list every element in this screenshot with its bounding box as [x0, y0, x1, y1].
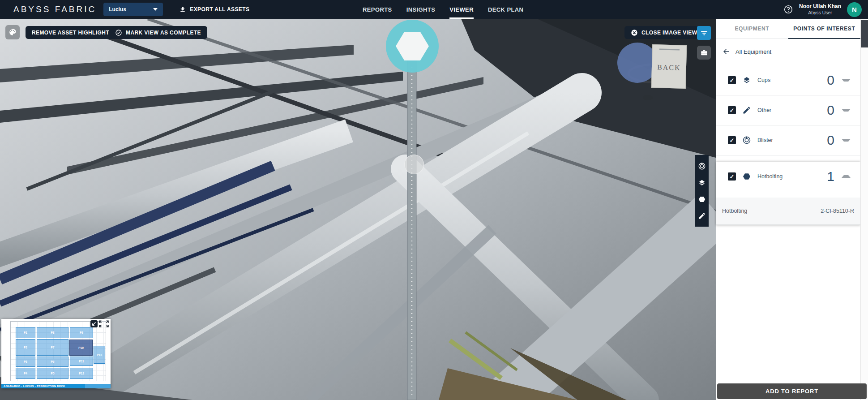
- nav-viewer[interactable]: VIEWER: [449, 0, 474, 19]
- category-row-blister[interactable]: Blister 0: [716, 125, 860, 155]
- add-to-report-button[interactable]: ADD TO REPORT: [717, 383, 867, 399]
- toggle-highlight-icon[interactable]: [90, 320, 98, 327]
- minimap-zone-P9[interactable]: P9: [70, 327, 93, 338]
- checkbox[interactable]: [728, 172, 736, 181]
- minimap-zone-P13[interactable]: P13: [94, 346, 105, 364]
- minimap-zone-P10[interactable]: P10: [69, 340, 93, 356]
- poi-marker-hotbolting[interactable]: [386, 20, 439, 73]
- app-logo: ABYSS FABRIC: [13, 4, 96, 14]
- layers-icon[interactable]: [698, 179, 706, 187]
- navigation-dot[interactable]: [404, 155, 424, 174]
- chevron-down-icon[interactable]: [842, 79, 851, 82]
- project-selector[interactable]: Lucius: [103, 3, 163, 16]
- nav-insights[interactable]: INSIGHTS: [406, 0, 436, 19]
- palette-icon: [9, 28, 17, 36]
- checkbox[interactable]: [728, 106, 736, 114]
- category-count: 1: [827, 169, 834, 184]
- deck-plan-minimap[interactable]: P1P8P9P2P7P10P13P3P6P11P4P5P12 ANADARKO …: [1, 319, 111, 388]
- category-row-cups[interactable]: Cups 0: [716, 65, 860, 95]
- category-list: Cups 0 Other 0: [716, 65, 860, 225]
- category-row-hotbolting[interactable]: Hotbolting 1: [716, 162, 860, 191]
- nav-reports[interactable]: REPORTS: [363, 0, 392, 19]
- category-label: Other: [757, 107, 771, 113]
- main-area: BACK REMOVE ASSET HIGHLIGHT MARK VIEW AS…: [0, 19, 868, 400]
- category-row-other[interactable]: Other 0: [716, 95, 860, 125]
- help-button[interactable]: [783, 4, 793, 14]
- category-label: Blister: [757, 137, 773, 143]
- remove-asset-highlight-label: REMOVE ASSET HIGHLIGHT: [32, 30, 109, 36]
- minimap-zone-P5[interactable]: P5: [37, 368, 68, 379]
- minimap-zone-P3[interactable]: P3: [16, 357, 35, 367]
- minimap-zone-P1[interactable]: P1: [16, 327, 35, 338]
- blister-target-icon[interactable]: [698, 162, 706, 170]
- poi-item-name: Hotbolting: [722, 208, 747, 214]
- minimap-zone-P8[interactable]: P8: [37, 327, 68, 338]
- toolbox-button[interactable]: [697, 46, 711, 60]
- minimap-zones: P1P8P9P2P7P10P13P3P6P11P4P5P12: [1, 319, 111, 384]
- pencil-icon: [742, 106, 751, 115]
- blister-target-icon: [742, 136, 751, 145]
- hexagon-icon[interactable]: [698, 195, 706, 203]
- scrollbar-thumb[interactable]: [861, 20, 868, 47]
- user-role: Abyss User: [799, 10, 841, 16]
- project-selector-value: Lucius: [109, 6, 126, 13]
- category-count: 0: [827, 73, 834, 88]
- minimap-tools: [90, 320, 109, 327]
- close-image-view-label: CLOSE IMAGE VIEW: [641, 30, 697, 36]
- tab-points-of-interest[interactable]: POINTS OF INTEREST: [788, 19, 861, 39]
- avatar[interactable]: N: [847, 2, 862, 17]
- top-bar: ABYSS FABRIC Lucius EXPORT ALL ASSETS RE…: [0, 0, 868, 19]
- remove-asset-highlight-button[interactable]: REMOVE ASSET HIGHLIGHT: [26, 26, 115, 39]
- image-viewer: BACK REMOVE ASSET HIGHLIGHT MARK VIEW AS…: [0, 19, 716, 400]
- tab-equipment[interactable]: EQUIPMENT: [716, 19, 788, 39]
- filter-icon: [700, 29, 708, 37]
- minimap-plan: P1P8P9P2P7P10P13P3P6P11P4P5P12: [1, 319, 111, 384]
- export-all-assets-button[interactable]: EXPORT ALL ASSETS: [176, 5, 252, 13]
- category-count: 0: [827, 133, 834, 148]
- minimap-zone-P7[interactable]: P7: [37, 339, 68, 356]
- chevron-down-icon[interactable]: [842, 109, 851, 112]
- app-root: ABYSS FABRIC Lucius EXPORT ALL ASSETS RE…: [0, 0, 868, 400]
- filter-button[interactable]: [697, 26, 711, 40]
- category-count: 0: [827, 103, 834, 118]
- close-icon: [631, 29, 638, 36]
- user-name: Noor Ullah Khan: [799, 3, 841, 10]
- sign-line: [659, 48, 680, 50]
- minimap-zone-P2[interactable]: P2: [16, 339, 35, 356]
- checkbox[interactable]: [728, 136, 736, 144]
- help-icon: [783, 4, 793, 14]
- minimap-caption: ANADARKO - LUCIUS - PRODUCTION DECK: [1, 384, 111, 388]
- poi-item-row[interactable]: Hotbolting 2-CI-85110-R: [716, 198, 860, 225]
- arrow-back-icon: [722, 47, 730, 56]
- hexagon-icon: [396, 32, 429, 60]
- nav-deck-plan[interactable]: DECK PLAN: [488, 0, 523, 19]
- layers-icon: [742, 76, 751, 85]
- minimap-zone-P6[interactable]: P6: [37, 357, 68, 367]
- main-nav: REPORTS INSIGHTS VIEWER DECK PLAN: [363, 0, 523, 19]
- back-sign-text: BACK: [652, 63, 686, 72]
- page-scrollbar[interactable]: [860, 19, 868, 400]
- color-palette-button[interactable]: [5, 25, 20, 39]
- checkbox[interactable]: [728, 76, 736, 84]
- all-equipment-back-link[interactable]: All Equipment: [722, 45, 860, 58]
- chevron-down-icon[interactable]: [842, 139, 851, 142]
- sidebar: EQUIPMENT POINTS OF INTEREST All Equipme…: [716, 19, 860, 400]
- minimap-zone-P12[interactable]: P12: [70, 368, 93, 379]
- pencil-icon[interactable]: [698, 212, 706, 220]
- download-icon: [179, 6, 186, 13]
- briefcase-icon: [700, 49, 708, 57]
- category-card-hotbolting: Hotbolting 1 Hotbolting 2-CI-85110-R: [716, 162, 860, 225]
- close-image-view-button[interactable]: CLOSE IMAGE VIEW: [624, 26, 703, 39]
- chevron-up-icon[interactable]: [842, 175, 851, 178]
- minimap-zone-P4[interactable]: P4: [16, 368, 35, 379]
- header-right: Noor Ullah Khan Abyss User N: [783, 0, 862, 19]
- minimap-zone-P11[interactable]: P11: [70, 357, 93, 366]
- category-label: Cups: [757, 77, 770, 83]
- mark-view-as-complete-button[interactable]: MARK VIEW AS COMPLETE: [109, 26, 207, 39]
- user-info: Noor Ullah Khan Abyss User: [799, 3, 841, 16]
- hexagon-icon: [742, 172, 751, 181]
- check-circle-icon: [115, 29, 122, 36]
- fullscreen-expand-icon[interactable]: [99, 320, 109, 327]
- chevron-down-icon: [153, 8, 158, 11]
- spacer: [716, 191, 860, 198]
